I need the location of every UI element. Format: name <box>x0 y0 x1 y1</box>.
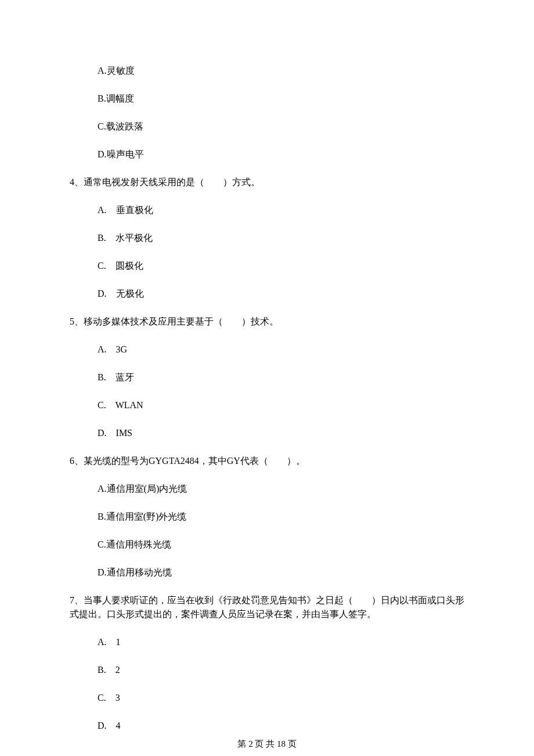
page: A.灵敏度 B.调幅度 C.载波跌落 D.噪声电平 4、通常电视发射天线采用的是… <box>0 0 534 756</box>
q4-option-b: B. 水平极化 <box>70 231 464 245</box>
q5-option-c: C. WLAN <box>70 398 464 412</box>
q3-option-b: B.调幅度 <box>70 92 464 106</box>
q4-option-c: C. 圆极化 <box>70 259 464 273</box>
q6-option-c: C.通信用特殊光缆 <box>70 538 464 552</box>
page-footer: 第 2 页 共 18 页 <box>0 737 534 751</box>
q3-option-d: D.噪声电平 <box>70 147 464 161</box>
q6-stem: 6、某光缆的型号为GYGTA2484，其中GY代表（ ）。 <box>70 454 464 468</box>
q7-option-d: D. 4 <box>70 719 464 733</box>
q7-option-a: A. 1 <box>70 635 464 649</box>
q6-option-b: B.通信用室(野)外光缆 <box>70 510 464 524</box>
q5-stem: 5、移动多媒体技术及应用主要基于（ ）技术。 <box>70 315 464 329</box>
q4-option-a: A. 垂直极化 <box>70 203 464 217</box>
q7-option-b: B. 2 <box>70 663 464 677</box>
q3-option-c: C.载波跌落 <box>70 120 464 134</box>
q5-option-b: B. 蓝牙 <box>70 370 464 384</box>
q3-option-a: A.灵敏度 <box>70 64 464 78</box>
q4-stem: 4、通常电视发射天线采用的是（ ）方式。 <box>70 175 464 189</box>
q6-option-d: D.通信用移动光缆 <box>70 566 464 579</box>
q6-option-a: A.通信用室(局)内光缆 <box>70 482 464 496</box>
q4-option-d: D. 无极化 <box>70 287 464 301</box>
q7-stem: 7、当事人要求听证的，应当在收到《行政处罚意见告知书》之日起（ ）日内以书面或口… <box>70 593 464 621</box>
q5-option-d: D. IMS <box>70 426 464 440</box>
q5-option-a: A. 3G <box>70 343 464 357</box>
q7-option-c: C. 3 <box>70 691 464 705</box>
